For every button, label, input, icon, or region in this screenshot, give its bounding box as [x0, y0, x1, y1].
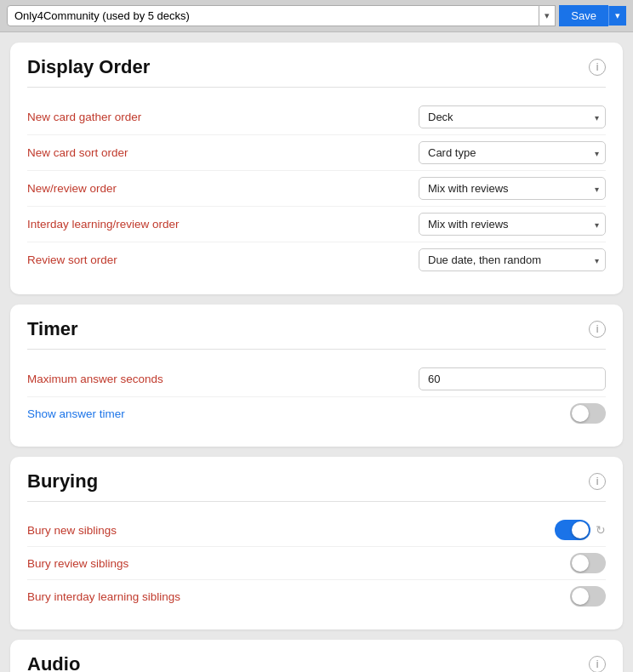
- maximum-answer-seconds-input[interactable]: [419, 367, 606, 390]
- timer-title: Timer: [27, 318, 78, 340]
- bury-new-siblings-track: [555, 520, 590, 540]
- interday-learning-review-order-select-wrapper: Mix with reviews Show before reviews Sho…: [419, 213, 606, 236]
- display-order-header: Display Order i: [27, 56, 606, 88]
- burying-section: Burying i Bury new siblings ↻ Bury revie…: [10, 457, 623, 629]
- display-order-section: Display Order i New card gather order De…: [10, 43, 623, 294]
- new-review-order-row: New/review order Mix with reviews Show b…: [27, 171, 606, 207]
- new-card-sort-order-row: New card sort order Card type Order gath…: [27, 135, 606, 171]
- maximum-answer-seconds-label: Maximum answer seconds: [27, 373, 163, 385]
- deck-select-wrapper: Only4Community (used by 5 decks) ▾: [7, 5, 556, 26]
- timer-info-icon[interactable]: i: [589, 321, 606, 338]
- deck-select-arrow[interactable]: ▾: [539, 5, 556, 26]
- audio-title: Audio: [27, 653, 80, 672]
- bury-interday-learning-siblings-thumb: [572, 588, 589, 605]
- show-answer-timer-label: Show answer timer: [27, 407, 125, 420]
- interday-learning-review-order-select[interactable]: Mix with reviews Show before reviews Sho…: [419, 213, 606, 236]
- save-dropdown-arrow[interactable]: ▾: [608, 6, 626, 26]
- maximum-answer-seconds-row: Maximum answer seconds: [27, 362, 606, 397]
- new-card-gather-order-select-wrapper: Deck Deck then random Random ▾: [419, 105, 606, 128]
- burying-info-icon[interactable]: i: [589, 473, 606, 490]
- new-card-gather-order-label: New card gather order: [27, 111, 141, 123]
- deck-select[interactable]: Only4Community (used by 5 decks): [7, 5, 539, 26]
- bury-review-siblings-toggle[interactable]: [570, 553, 606, 573]
- bury-new-siblings-thumb: [572, 521, 589, 538]
- new-review-order-select-wrapper: Mix with reviews Show before reviews Sho…: [419, 177, 606, 200]
- bury-new-siblings-toggle[interactable]: [555, 520, 590, 540]
- show-answer-timer-track: [570, 403, 606, 424]
- burying-title: Burying: [27, 470, 98, 493]
- interday-learning-review-order-label: Interday learning/review order: [27, 218, 180, 231]
- bury-review-siblings-row: Bury review siblings: [27, 547, 606, 580]
- review-sort-order-label: Review sort order: [27, 253, 117, 266]
- new-card-gather-order-row: New card gather order Deck Deck then ran…: [27, 100, 606, 135]
- review-sort-order-select[interactable]: Due date, then random Due date, then dec…: [419, 248, 606, 271]
- new-card-sort-order-select-wrapper: Card type Order gathered Random ▾: [419, 141, 606, 164]
- bury-review-siblings-label: Bury review siblings: [27, 557, 128, 570]
- bury-new-siblings-spinner: ↻: [596, 523, 606, 537]
- display-order-info-icon[interactable]: i: [589, 59, 606, 76]
- audio-info-icon[interactable]: i: [589, 656, 606, 672]
- burying-header: Burying i: [27, 470, 606, 502]
- show-answer-timer-thumb: [572, 405, 589, 422]
- interday-learning-review-order-row: Interday learning/review order Mix with …: [27, 207, 606, 242]
- review-sort-order-select-wrapper: Due date, then random Due date, then dec…: [419, 248, 606, 271]
- bury-interday-learning-siblings-track: [570, 586, 606, 607]
- audio-section: Audio i Don't play audio automatically S…: [10, 640, 623, 672]
- top-bar: Only4Community (used by 5 decks) ▾ Save …: [0, 0, 633, 32]
- show-answer-timer-row: Show answer timer: [27, 397, 606, 430]
- bury-interday-learning-siblings-label: Bury interday learning siblings: [27, 590, 180, 603]
- timer-section: Timer i Maximum answer seconds Show answ…: [10, 305, 623, 447]
- bury-new-siblings-toggle-wrapper: ↻: [555, 520, 606, 540]
- bury-new-siblings-label: Bury new siblings: [27, 524, 117, 537]
- new-review-order-label: New/review order: [27, 182, 117, 195]
- main-content: Display Order i New card gather order De…: [0, 32, 633, 672]
- bury-review-siblings-thumb: [572, 555, 589, 572]
- new-card-sort-order-select[interactable]: Card type Order gathered Random: [419, 141, 606, 164]
- bury-review-siblings-track: [570, 553, 606, 573]
- new-review-order-select[interactable]: Mix with reviews Show before reviews Sho…: [419, 177, 606, 200]
- show-answer-timer-toggle[interactable]: [570, 403, 606, 424]
- audio-header: Audio i: [27, 653, 606, 672]
- display-order-title: Display Order: [27, 56, 150, 78]
- save-button[interactable]: Save: [559, 5, 608, 26]
- review-sort-order-row: Review sort order Due date, then random …: [27, 242, 606, 277]
- new-card-sort-order-label: New card sort order: [27, 146, 128, 159]
- timer-header: Timer i: [27, 318, 606, 350]
- bury-new-siblings-row: Bury new siblings ↻: [27, 514, 606, 547]
- bury-interday-learning-siblings-row: Bury interday learning siblings: [27, 580, 606, 612]
- new-card-gather-order-select[interactable]: Deck Deck then random Random: [419, 105, 606, 128]
- bury-interday-learning-siblings-toggle[interactable]: [570, 586, 606, 607]
